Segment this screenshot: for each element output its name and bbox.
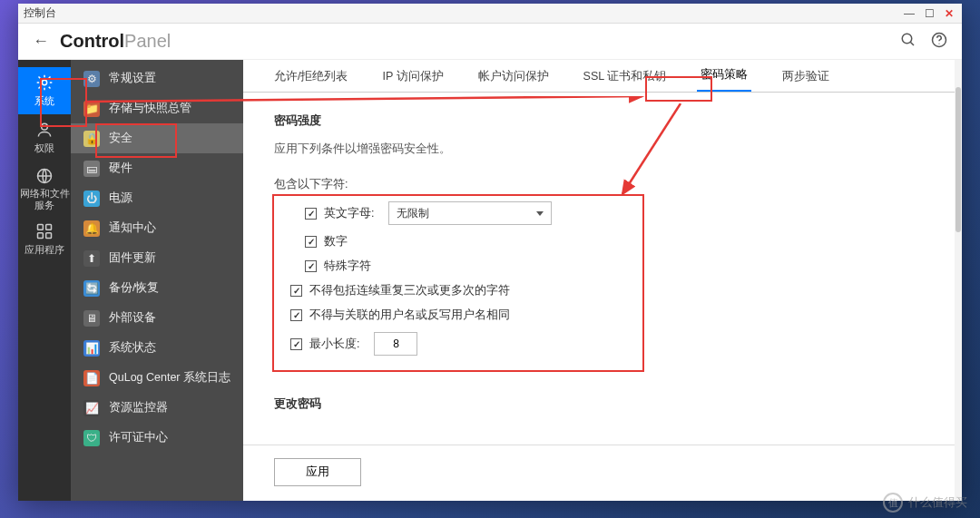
sidebar-item-status[interactable]: 📊系统状态 [71,333,243,363]
panel-header: ← ControlPanel [18,24,962,60]
sidebar-item-power[interactable]: ⏻电源 [71,183,243,213]
change-password-title: 更改密码 [274,396,931,412]
checkbox-no-repeat[interactable] [290,285,302,297]
maximize-button[interactable]: ☐ [922,7,936,20]
panel-title: ControlPanel [60,31,171,52]
rail-item-privilege[interactable]: 权限 [18,114,71,161]
section-title: 密码强度 [274,112,931,129]
option-special: 特殊字符 [305,259,931,274]
close-button[interactable]: ✕ [942,7,956,20]
rail-label: 应用程序 [24,243,64,257]
min-length-input[interactable] [374,332,417,356]
sidebar-item-backup[interactable]: 🔄备份/恢复 [71,273,243,303]
chevron-down-icon [536,211,544,216]
content-area: 允许/拒绝列表 IP 访问保护 帐户访问保护 SSL 证书和私钥 密码策略 两步… [243,60,962,501]
settings-pane: 密码强度 应用下列条件以增强密码安全性。 包含以下字符: 英文字母: 无限制 数 [243,93,962,445]
svg-rect-9 [38,233,44,239]
sidebar-item-firmware[interactable]: ⬆固件更新 [71,243,243,273]
svg-rect-8 [46,225,52,230]
rail-item-network[interactable]: 网络和文件 服务 [18,161,71,216]
sidebar-item-storage[interactable]: 📁存储与快照总管 [71,93,243,123]
tab-ip-protect[interactable]: IP 访问保护 [378,62,446,92]
option-no-repeat: 不得包括连续重复三次或更多次的字符 [290,283,931,298]
help-icon[interactable] [931,32,947,52]
back-arrow-icon[interactable]: ← [33,32,49,51]
footer-bar: 应用 [243,445,962,499]
sidebar-item-security[interactable]: 🔒安全 [71,123,243,153]
search-icon[interactable] [900,32,916,52]
checkbox-special[interactable] [305,260,317,272]
tab-account-protect[interactable]: 帐户访问保护 [475,62,553,92]
sidebar-item-external[interactable]: 🖥外部设备 [71,303,243,333]
checkbox-digits[interactable] [305,236,317,248]
rail-item-system[interactable]: 系统 [18,67,71,114]
watermark: 值 什么值得买 [883,493,967,513]
checkbox-letters[interactable] [305,208,317,220]
window-title: 控制台 [24,5,56,21]
include-chars-label: 包含以下字符: [274,177,931,192]
svg-rect-10 [46,233,52,239]
option-min-length: 最小长度: [290,332,931,356]
sidebar-item-license[interactable]: 🛡许可证中心 [71,423,243,453]
apply-button[interactable]: 应用 [274,458,361,486]
minimize-button[interactable]: — [902,7,916,20]
svg-rect-7 [38,225,44,230]
titlebar: 控制台 — ☐ ✕ [18,4,962,24]
svg-point-4 [42,80,46,84]
tab-bar: 允许/拒绝列表 IP 访问保护 帐户访问保护 SSL 证书和私钥 密码策略 两步… [243,60,962,93]
section-description: 应用下列条件以增强密码安全性。 [274,142,931,157]
tab-allow-deny[interactable]: 允许/拒绝列表 [270,62,351,92]
rail-label: 网络和文件 服务 [20,188,70,210]
svg-point-5 [42,123,48,130]
category-rail: 系统 权限 网络和文件 服务 应用程序 [18,60,71,501]
checkbox-min-length[interactable] [290,338,302,350]
svg-line-1 [910,42,914,45]
scrollbar[interactable] [955,60,962,501]
option-no-username: 不得与关联的用户名或反写用户名相同 [290,308,931,323]
rail-label: 系统 [34,94,54,108]
sidebar-item-qulog[interactable]: 📄QuLog Center 系统日志 [71,363,243,393]
svg-point-0 [902,34,912,44]
sidebar-item-general[interactable]: ⚙常规设置 [71,64,243,93]
tab-ssl[interactable]: SSL 证书和私钥 [580,62,671,92]
watermark-icon: 值 [883,493,903,513]
svg-point-3 [938,43,939,44]
app-window: 控制台 — ☐ ✕ ← ControlPanel 系统 [18,4,962,501]
rail-label: 权限 [34,142,54,155]
letters-select[interactable]: 无限制 [388,201,552,225]
option-digits: 数字 [305,234,931,249]
sidebar-item-monitor[interactable]: 📈资源监控器 [71,393,243,423]
sidebar-item-hardware[interactable]: 🖴硬件 [71,153,243,183]
tab-password-policy[interactable]: 密码策略 [697,60,751,92]
rail-item-apps[interactable]: 应用程序 [18,216,71,263]
option-letters: 英文字母: 无限制 [305,201,931,225]
checkbox-no-username[interactable] [290,309,302,321]
sidebar-nav: ⚙常规设置 📁存储与快照总管 🔒安全 🖴硬件 ⏻电源 🔔通知中心 ⬆固件更新 🔄… [71,60,243,501]
sidebar-item-notification[interactable]: 🔔通知中心 [71,213,243,243]
tab-twostep[interactable]: 两步验证 [779,62,833,92]
